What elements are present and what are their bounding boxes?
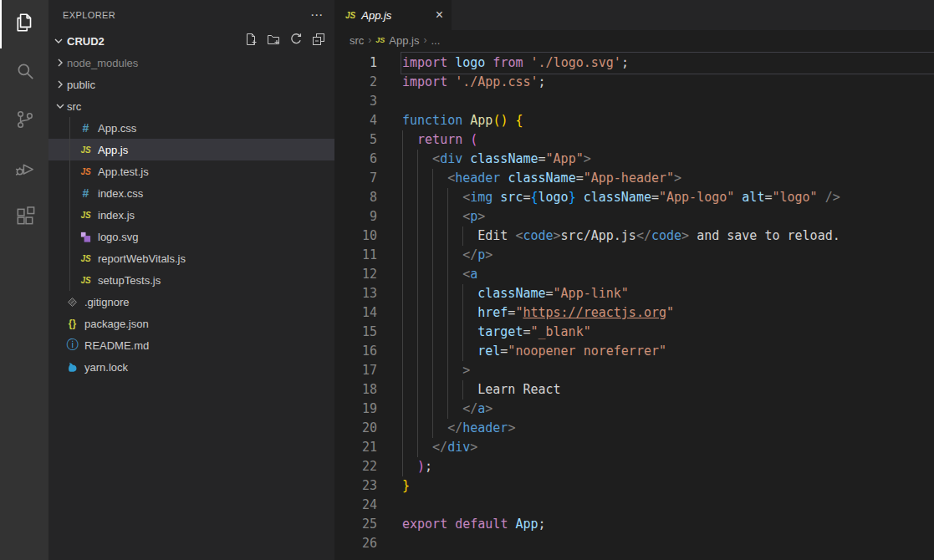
breadcrumb-item[interactable]: JSApp.js	[375, 34, 419, 47]
code-line-16[interactable]: 16 rel="noopener noreferrer"	[334, 342, 934, 361]
tree-item-readme-md[interactable]: ⓘREADME.md	[48, 334, 334, 356]
new-file-button[interactable]	[243, 33, 258, 48]
line-content[interactable]: import logo from './logo.svg';	[402, 53, 934, 73]
line-content[interactable]: <div className="App">	[402, 150, 934, 169]
new-folder-button[interactable]	[266, 33, 281, 48]
line-content[interactable]	[402, 496, 934, 515]
line-content[interactable]	[402, 92, 934, 111]
line-content[interactable]: import './App.css';	[402, 73, 934, 92]
line-content[interactable]: Learn React	[402, 380, 934, 400]
line-content[interactable]: <a	[402, 265, 934, 284]
tree-item-app-test-js[interactable]: JSApp.test.js	[48, 160, 334, 182]
code-line-20[interactable]: 20 </header>	[334, 419, 934, 438]
line-content[interactable]: href="https://reactjs.org"	[402, 303, 934, 323]
code-line-2[interactable]: 2import './App.css';	[334, 73, 934, 92]
line-content[interactable]: <header className="App-header">	[402, 169, 934, 188]
indent-guide	[447, 227, 462, 246]
breadcrumb-item[interactable]: src	[350, 34, 364, 47]
code-line-24[interactable]: 24	[334, 496, 934, 515]
code-line-23[interactable]: 23}	[334, 476, 934, 496]
indent-guide	[417, 265, 432, 284]
indent-guide	[462, 227, 477, 246]
indent-guide	[447, 188, 462, 207]
indent-guide	[417, 400, 432, 419]
tree-item-app-js[interactable]: JSApp.js	[48, 139, 334, 160]
line-content[interactable]: >	[402, 361, 934, 380]
line-content[interactable]: </a>	[402, 400, 934, 419]
code-line-15[interactable]: 15 target="_blank"	[334, 323, 934, 342]
line-content[interactable]: </p>	[402, 246, 934, 265]
code-area[interactable]: 1import logo from './logo.svg';2import '…	[334, 50, 934, 560]
code-line-5[interactable]: 5 return (	[334, 130, 934, 150]
code-line-25[interactable]: 25export default App;	[334, 515, 934, 534]
line-content[interactable]	[402, 534, 934, 553]
code-line-22[interactable]: 22 );	[334, 457, 934, 476]
activity-extensions-button[interactable]	[0, 194, 48, 242]
line-content[interactable]: return (	[402, 130, 934, 150]
code-line-6[interactable]: 6 <div className="App">	[334, 150, 934, 169]
tree-item--gitignore[interactable]: .gitignore	[48, 291, 334, 313]
line-number: 19	[334, 400, 377, 419]
tree-item-app-css[interactable]: #App.css	[48, 117, 334, 139]
tab-app-js[interactable]: js App.js ×	[334, 0, 452, 30]
code-line-26[interactable]: 26	[334, 534, 934, 553]
line-content[interactable]: rel="noopener noreferrer"	[402, 342, 934, 361]
code-line-11[interactable]: 11 </p>	[334, 246, 934, 265]
line-content[interactable]: <img src={logo} className="App-logo" alt…	[402, 188, 934, 207]
tree-item-index-js[interactable]: JSindex.js	[48, 204, 334, 226]
more-actions-icon[interactable]: ⋯	[310, 11, 323, 19]
line-number: 9	[334, 207, 377, 227]
line-content[interactable]: <p>	[402, 207, 934, 227]
code-line-18[interactable]: 18 Learn React	[334, 380, 934, 400]
activity-source-control-button[interactable]	[0, 97, 48, 145]
line-content[interactable]: export default App;	[402, 515, 934, 534]
line-number: 16	[334, 342, 377, 361]
code-line-4[interactable]: 4function App() {	[334, 111, 934, 130]
project-section-header[interactable]: CRUD2	[48, 30, 334, 52]
tab-bar: js App.js ×	[334, 0, 934, 30]
tree-item-logo-svg[interactable]: logo.svg	[48, 226, 334, 247]
collapse-all-button[interactable]	[311, 33, 326, 48]
code-line-8[interactable]: 8 <img src={logo} className="App-logo" a…	[334, 188, 934, 207]
tree-item-package-json[interactable]: {}package.json	[48, 313, 334, 334]
tree-item-src[interactable]: src	[48, 95, 334, 117]
code-line-9[interactable]: 9 <p>	[334, 207, 934, 227]
line-number: 14	[334, 303, 377, 323]
tree-item-public[interactable]: public	[48, 74, 334, 95]
indent-guide	[417, 188, 432, 207]
code-line-17[interactable]: 17 >	[334, 361, 934, 380]
line-content[interactable]: </div>	[402, 438, 934, 457]
code-line-19[interactable]: 19 </a>	[334, 400, 934, 419]
tree-item-reportwebvitals-js[interactable]: JSreportWebVitals.js	[48, 247, 334, 269]
explorer-title: EXPLORER	[63, 10, 115, 20]
breadcrumb-item[interactable]: ...	[431, 34, 441, 47]
indent-guide	[432, 323, 447, 342]
line-number: 10	[334, 227, 377, 246]
activity-search-button[interactable]	[0, 48, 48, 97]
code-line-21[interactable]: 21 </div>	[334, 438, 934, 457]
line-content[interactable]: Edit <code>src/App.js</code> and save to…	[402, 227, 934, 246]
refresh-button[interactable]	[288, 33, 304, 48]
search-icon	[14, 60, 36, 85]
line-content[interactable]: );	[402, 457, 934, 476]
code-line-3[interactable]: 3	[334, 92, 934, 111]
tree-item-index-css[interactable]: #index.css	[48, 182, 334, 204]
tree-item-setuptests-js[interactable]: JSsetupTests.js	[48, 269, 334, 291]
tree-item-node-modules[interactable]: node_modules	[48, 52, 334, 74]
line-content[interactable]: function App() {	[402, 111, 934, 130]
line-content[interactable]: </header>	[402, 419, 934, 438]
code-line-10[interactable]: 10 Edit <code>src/App.js</code> and save…	[334, 227, 934, 246]
code-line-1[interactable]: 1import logo from './logo.svg';	[334, 53, 934, 73]
code-line-13[interactable]: 13 className="App-link"	[334, 284, 934, 303]
tree-item-yarn-lock[interactable]: yarn.lock	[48, 356, 334, 378]
line-number: 5	[334, 130, 377, 150]
activity-explorer-button[interactable]	[0, 0, 48, 48]
line-content[interactable]: target="_blank"	[402, 323, 934, 342]
code-line-14[interactable]: 14 href="https://reactjs.org"	[334, 303, 934, 323]
close-icon[interactable]: ×	[436, 8, 443, 23]
code-line-7[interactable]: 7 <header className="App-header">	[334, 169, 934, 188]
activity-run-debug-button[interactable]	[0, 145, 48, 194]
code-line-12[interactable]: 12 <a	[334, 265, 934, 284]
line-content[interactable]: }	[402, 476, 934, 496]
line-content[interactable]: className="App-link"	[402, 284, 934, 303]
